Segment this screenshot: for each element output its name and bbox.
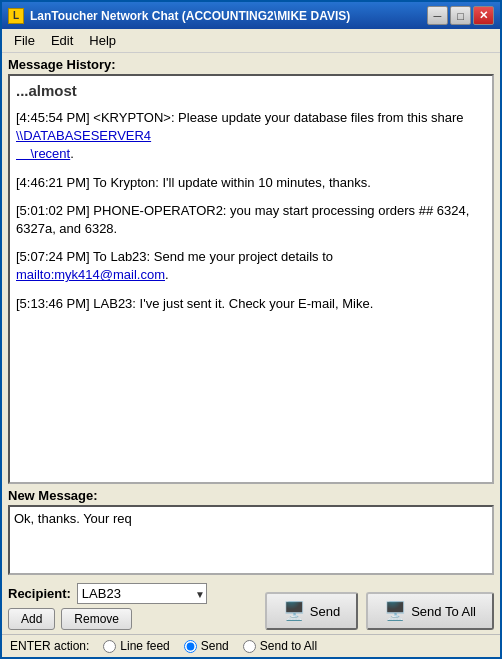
new-message-section: New Message: Ok, thanks. Your req [8,488,494,575]
recipient-label: Recipient: [8,586,71,601]
message-entry-2: [4:46:21 PM] To Krypton: I'll update wit… [16,174,486,192]
recipient-select[interactable]: LAB23 KRYPTON PHONE-OPERATOR2 All [77,583,207,604]
window-title: LanToucher Network Chat (ACCOUNTING2\MIK… [30,9,350,23]
enter-action-send-option[interactable]: Send [184,639,229,653]
send-button[interactable]: 🖥️ Send [265,592,358,630]
msg4-text: [5:07:24 PM] To Lab23: Send me your proj… [16,249,333,264]
message-entry-4: [5:07:24 PM] To Lab23: Send me your proj… [16,248,486,284]
title-buttons: ─ □ ✕ [427,6,494,25]
send-button-label: Send [310,604,340,619]
msg-almost-text: ...almost [16,80,486,101]
enter-sendall-radio[interactable] [243,640,256,653]
message-entry-1: [4:45:54 PM] <KRYPTON>: Please update yo… [16,109,486,164]
message-history-label: Message History: [8,57,494,72]
msg1-link[interactable]: \\DATABASESERVER4 \recent [16,128,151,161]
msg2-text: [4:46:21 PM] To Krypton: I'll update wit… [16,175,371,190]
enter-action-bar: ENTER action: Line feed Send Send to All [2,634,500,657]
message-entry-3: [5:01:02 PM] PHONE-OPERATOR2: you may st… [16,202,486,238]
enter-linefeed-radio[interactable] [103,640,116,653]
title-bar: L LanToucher Network Chat (ACCOUNTING2\M… [2,2,500,29]
bottom-controls: Recipient: LAB23 KRYPTON PHONE-OPERATOR2… [8,583,494,630]
remove-button[interactable]: Remove [61,608,132,630]
main-content: Message History: ...almost [4:45:54 PM] … [2,53,500,634]
send-to-all-button[interactable]: 🖥️ Send To All [366,592,494,630]
msg5-text: [5:13:46 PM] LAB23: I've just sent it. C… [16,296,373,311]
menu-edit[interactable]: Edit [43,31,81,50]
title-bar-left: L LanToucher Network Chat (ACCOUNTING2\M… [8,8,350,24]
enter-send-label: Send [201,639,229,653]
maximize-button[interactable]: □ [450,6,471,25]
minimize-button[interactable]: ─ [427,6,448,25]
msg1-text: [4:45:54 PM] <KRYPTON>: Please update yo… [16,110,464,125]
msg4-suffix: . [165,267,169,282]
enter-action-label: ENTER action: [10,639,89,653]
main-window: L LanToucher Network Chat (ACCOUNTING2\M… [0,0,502,659]
enter-action-sendall-option[interactable]: Send to All [243,639,317,653]
app-icon: L [8,8,24,24]
add-button[interactable]: Add [8,608,55,630]
enter-action-linefeed-option[interactable]: Line feed [103,639,169,653]
send-icon: 🖥️ [283,600,305,622]
message-entry-5: [5:13:46 PM] LAB23: I've just sent it. C… [16,295,486,313]
enter-sendall-label: Send to All [260,639,317,653]
new-message-label: New Message: [8,488,494,503]
send-to-all-button-label: Send To All [411,604,476,619]
new-message-input[interactable]: Ok, thanks. Your req [8,505,494,575]
message-history-container: Message History: ...almost [4:45:54 PM] … [8,57,494,484]
recipient-combo-wrapper: LAB23 KRYPTON PHONE-OPERATOR2 All ▼ [77,583,207,604]
add-remove-row: Add Remove [8,608,207,630]
right-controls: 🖥️ Send 🖥️ Send To All [265,592,494,630]
message-history-area[interactable]: ...almost [4:45:54 PM] <KRYPTON>: Please… [8,74,494,484]
send-all-icon: 🖥️ [384,600,406,622]
enter-linefeed-label: Line feed [120,639,169,653]
menu-file[interactable]: File [6,31,43,50]
recipient-row: Recipient: LAB23 KRYPTON PHONE-OPERATOR2… [8,583,207,604]
msg4-link[interactable]: mailto:myk414@mail.com [16,267,165,282]
close-button[interactable]: ✕ [473,6,494,25]
enter-send-radio[interactable] [184,640,197,653]
msg1-suffix: . [70,146,74,161]
left-controls: Recipient: LAB23 KRYPTON PHONE-OPERATOR2… [8,583,207,630]
msg3-text: [5:01:02 PM] PHONE-OPERATOR2: you may st… [16,203,469,236]
menu-bar: File Edit Help [2,29,500,53]
menu-help[interactable]: Help [81,31,124,50]
